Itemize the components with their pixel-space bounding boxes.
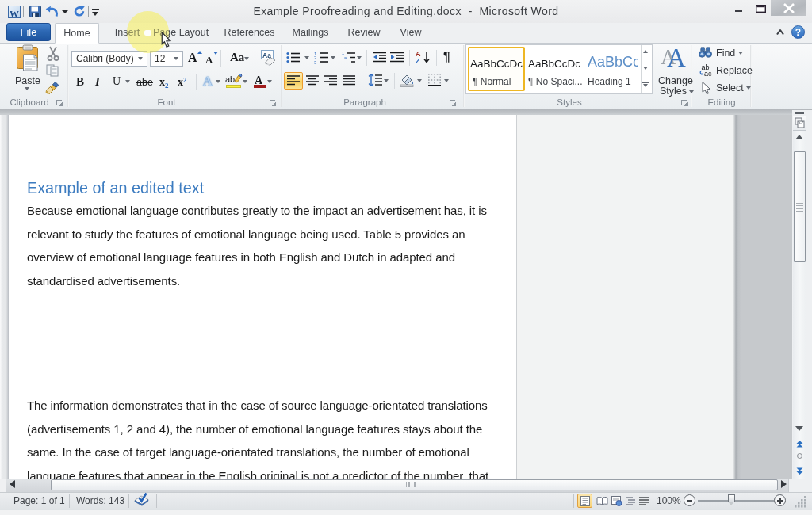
svg-text:ac: ac <box>704 70 712 76</box>
svg-text:ab: ab <box>225 74 235 84</box>
svg-text:3: 3 <box>314 60 317 65</box>
svg-text:i: i <box>347 59 347 64</box>
